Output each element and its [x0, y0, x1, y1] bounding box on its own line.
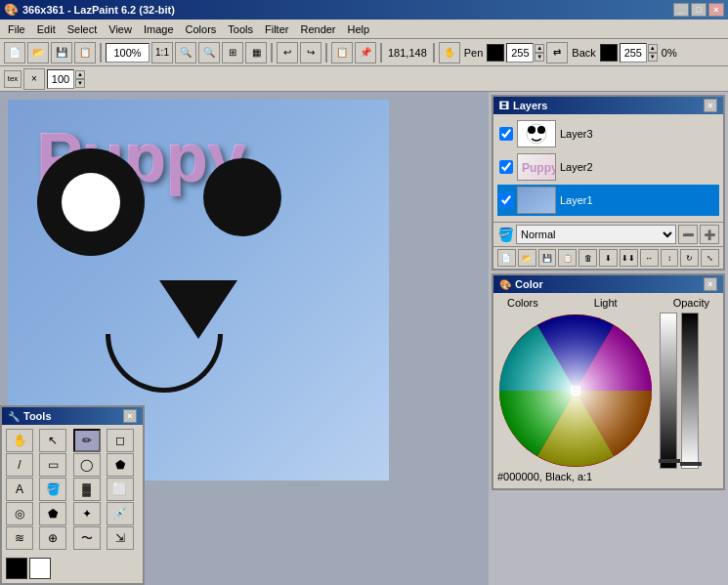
- select-ellipse-tool[interactable]: ◎: [6, 502, 33, 525]
- back-color[interactable]: [600, 44, 618, 62]
- title-bar: 🎨 366x361 - LazPaint 6.2 (32-bit) _ □ ×: [0, 0, 728, 20]
- merge-down-btn[interactable]: ⬇: [599, 249, 618, 267]
- layer-icon: 🪣: [497, 227, 514, 242]
- pen-value-input[interactable]: [506, 43, 534, 63]
- eyedropper-tool[interactable]: 💉: [107, 502, 134, 525]
- grid-button[interactable]: ▦: [245, 42, 267, 63]
- menu-colors[interactable]: Colors: [180, 21, 223, 37]
- menu-help[interactable]: Help: [342, 21, 376, 37]
- select-rect-tool[interactable]: ⬜: [107, 478, 134, 501]
- fill-tool[interactable]: 🪣: [39, 478, 66, 501]
- delete-layer-btn[interactable]: 🗑: [578, 249, 597, 267]
- svg-point-1: [528, 126, 535, 134]
- deform-tool[interactable]: ⇲: [107, 526, 134, 550]
- layer3-checkbox[interactable]: [499, 127, 513, 141]
- save-layer-btn[interactable]: 💾: [538, 249, 557, 267]
- select-poly-tool[interactable]: ⬟: [39, 502, 66, 525]
- pen-color[interactable]: [487, 44, 504, 62]
- new-button[interactable]: 📄: [4, 42, 25, 63]
- flip-h-btn[interactable]: ↔: [640, 249, 659, 267]
- polygon-tool[interactable]: ⬟: [107, 453, 134, 477]
- color-close-button[interactable]: ×: [704, 277, 717, 291]
- line-tool[interactable]: /: [6, 453, 33, 477]
- ellipse-tool[interactable]: ◯: [73, 453, 101, 477]
- layer2-item[interactable]: Puppy Layer2: [497, 151, 719, 183]
- light-slider[interactable]: [660, 313, 677, 469]
- merge-all-btn[interactable]: ⬇⬇: [620, 249, 638, 267]
- open-layer-btn[interactable]: 📂: [518, 249, 536, 267]
- pen-spinner[interactable]: ▲ ▼: [535, 44, 544, 62]
- tex-toggle[interactable]: ×: [23, 68, 45, 90]
- paste-button[interactable]: 📌: [355, 42, 376, 63]
- rect-tool[interactable]: ▭: [39, 453, 66, 477]
- tools-close-button[interactable]: ×: [123, 409, 137, 423]
- undo-button[interactable]: ↩: [277, 42, 298, 63]
- select-magic-tool[interactable]: ✦: [73, 502, 101, 525]
- zoom-out-button[interactable]: 🔍: [198, 42, 220, 63]
- menu-select[interactable]: Select: [62, 21, 104, 37]
- opacity-slider[interactable]: [681, 313, 699, 469]
- pen-down[interactable]: ▼: [535, 53, 544, 62]
- menu-view[interactable]: View: [103, 21, 138, 37]
- menu-tools[interactable]: Tools: [222, 21, 259, 37]
- color-wheel-container[interactable]: [497, 313, 654, 469]
- save-button[interactable]: 💾: [51, 42, 72, 63]
- zoom-plus-btn[interactable]: ➕: [700, 225, 719, 244]
- color-panel: 🎨 Color × Colors Light Opacity: [492, 273, 725, 490]
- resize-btn[interactable]: ⤡: [701, 249, 719, 267]
- menu-filter[interactable]: Filter: [259, 21, 294, 37]
- layers-close-button[interactable]: ×: [704, 99, 717, 112]
- arrow-tool[interactable]: ↖: [39, 429, 66, 452]
- tex-value-input[interactable]: [47, 69, 74, 89]
- swap-colors[interactable]: ⇄: [546, 42, 568, 63]
- menu-image[interactable]: Image: [138, 21, 180, 37]
- copy-button[interactable]: 📋: [331, 42, 353, 63]
- layer2-checkbox[interactable]: [499, 160, 513, 174]
- clone-tool[interactable]: ⊕: [39, 526, 66, 550]
- zoom-minus-btn[interactable]: ➖: [678, 225, 698, 244]
- layer1-item[interactable]: Layer1: [497, 185, 719, 216]
- layer2-name: Layer2: [560, 161, 593, 173]
- back-spinner[interactable]: ▲ ▼: [648, 44, 658, 62]
- hand-tool[interactable]: ✋: [6, 429, 33, 452]
- layer1-checkbox[interactable]: [499, 193, 513, 207]
- sep5: [433, 43, 435, 63]
- smudge-tool[interactable]: 〜: [73, 526, 101, 550]
- text-tool[interactable]: A: [6, 478, 33, 501]
- pen-tool[interactable]: ✏: [73, 429, 101, 452]
- bg-color-swatch[interactable]: [29, 558, 51, 579]
- add-layer-btn[interactable]: 📄: [497, 249, 516, 267]
- back-value-input[interactable]: [620, 43, 647, 63]
- eraser-tool[interactable]: ◻: [107, 429, 134, 452]
- redo-button[interactable]: ↪: [300, 42, 321, 63]
- minimize-button[interactable]: _: [673, 3, 689, 17]
- open-button[interactable]: 📂: [27, 42, 49, 63]
- layer-mode-select[interactable]: Normal: [516, 225, 676, 244]
- zoom-fit[interactable]: ⊞: [222, 42, 243, 63]
- color-wheel-svg: [497, 313, 654, 469]
- zoom-input[interactable]: [106, 43, 150, 63]
- menu-render[interactable]: Render: [294, 21, 341, 37]
- blur-tool[interactable]: ≋: [6, 526, 33, 550]
- layer3-item[interactable]: Layer3: [497, 118, 719, 149]
- zoom-in-button[interactable]: 🔍: [175, 42, 196, 63]
- gradient-tool[interactable]: ▓: [73, 478, 101, 501]
- maximize-button[interactable]: □: [691, 3, 707, 17]
- menu-file[interactable]: File: [2, 21, 31, 37]
- fg-color-swatch[interactable]: [6, 558, 27, 579]
- back-down[interactable]: ▼: [648, 53, 658, 62]
- pen-up[interactable]: ▲: [535, 44, 544, 53]
- close-button[interactable]: ×: [708, 3, 724, 17]
- back-up[interactable]: ▲: [648, 44, 658, 53]
- move-tool[interactable]: ✋: [439, 42, 460, 63]
- rotate-btn[interactable]: ↻: [680, 249, 699, 267]
- save-as-button[interactable]: 📋: [74, 42, 96, 63]
- tex-down[interactable]: ▼: [75, 79, 85, 88]
- tools-color-area: [2, 554, 143, 583]
- menu-edit[interactable]: Edit: [31, 21, 62, 37]
- sep4: [380, 43, 382, 63]
- tex-spinner[interactable]: ▲ ▼: [75, 70, 85, 88]
- flip-v-btn[interactable]: ↕: [661, 249, 679, 267]
- tex-up[interactable]: ▲: [75, 70, 85, 79]
- duplicate-layer-btn[interactable]: 📋: [558, 249, 577, 267]
